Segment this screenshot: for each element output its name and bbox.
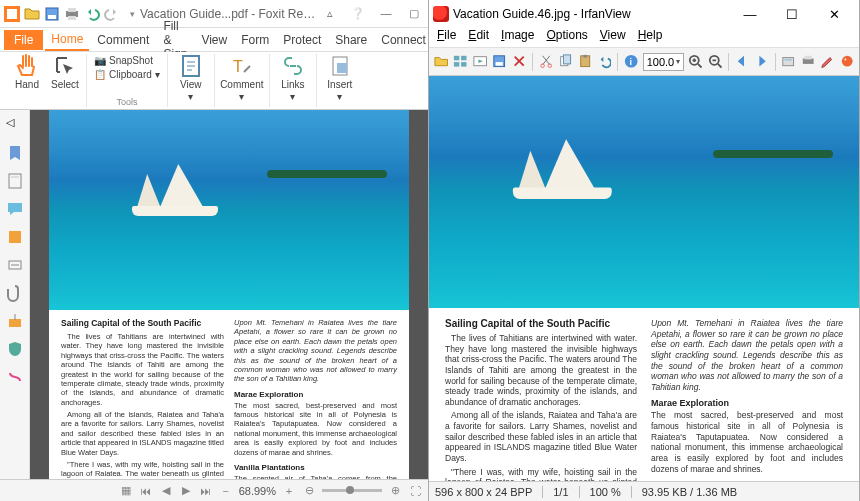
fullscreen-icon[interactable]: ⛶: [408, 484, 422, 498]
status-zoom: 100 %: [590, 486, 632, 498]
print-icon[interactable]: [64, 6, 80, 22]
svg-rect-2: [48, 15, 56, 19]
pdf-page: Sailing Capital of the South Pacific The…: [49, 110, 409, 479]
undo-icon[interactable]: [596, 52, 612, 72]
delete-icon[interactable]: [511, 52, 527, 72]
redo-icon[interactable]: [104, 6, 120, 22]
tab-comment[interactable]: Comment: [91, 30, 155, 50]
page-photo: [49, 110, 409, 310]
close-icon[interactable]: ✕: [813, 1, 855, 27]
tab-protect[interactable]: Protect: [277, 30, 327, 50]
foxit-reader-window: ▾ Vacation Guide...pdf - Foxit Reader ▵ …: [0, 0, 429, 501]
layers-icon[interactable]: [6, 228, 24, 246]
qat-dropdown-icon[interactable]: ▾: [124, 6, 140, 22]
security-icon[interactable]: [6, 340, 24, 358]
page-nav-first-icon[interactable]: ⏮: [139, 484, 153, 498]
thumbnails-icon[interactable]: [452, 52, 468, 72]
links-button[interactable]: Links ▾: [274, 54, 312, 102]
file-tab[interactable]: File: [4, 30, 43, 50]
open-icon[interactable]: [24, 6, 40, 22]
clipboard-button[interactable]: 📋Clipboard ▾: [91, 68, 163, 81]
view-button[interactable]: View ▾: [172, 54, 210, 102]
prev-file-icon[interactable]: [734, 52, 750, 72]
minimize-icon[interactable]: —: [376, 7, 396, 20]
fields-icon[interactable]: [6, 256, 24, 274]
page-right-column: Upon Mt. Temehani in Raiatea lives the t…: [234, 318, 397, 471]
foxit-ribbon: Hand Select 📷SnapShot 📋Clipboard ▾ Tools…: [0, 52, 428, 110]
zoom-in-icon[interactable]: [687, 52, 703, 72]
menu-options[interactable]: Options: [546, 28, 587, 47]
insert-button[interactable]: Insert ▾: [321, 54, 359, 102]
print-icon[interactable]: [800, 52, 816, 72]
page-nav-prev-icon[interactable]: ◀: [159, 484, 173, 498]
comments-panel-icon[interactable]: [6, 200, 24, 218]
foxit-logo-icon: [4, 6, 20, 22]
iv-status-bar: 596 x 800 x 24 BPP 1/1 100 % 93.95 KB / …: [429, 481, 859, 501]
menu-file[interactable]: File: [437, 28, 456, 47]
irfanview-window: Vacation Guide.46.jpg - IrfanView — ☐ ✕ …: [429, 0, 860, 501]
settings-icon[interactable]: [819, 52, 835, 72]
comment-button[interactable]: T Comment ▾: [219, 54, 265, 102]
tab-view[interactable]: View: [195, 30, 233, 50]
bookmarks-icon[interactable]: [6, 144, 24, 162]
zoom-value[interactable]: 68.99%: [239, 485, 276, 497]
zoom-slider[interactable]: [322, 489, 382, 492]
scan-icon[interactable]: [780, 52, 796, 72]
svg-rect-21: [496, 62, 503, 66]
foxit-document-area[interactable]: Sailing Capital of the South Pacific The…: [30, 110, 428, 479]
open-icon[interactable]: [433, 52, 449, 72]
svg-rect-17: [454, 62, 459, 67]
signatures-icon[interactable]: [6, 312, 24, 330]
about-icon[interactable]: [839, 52, 855, 72]
menu-view[interactable]: View: [600, 28, 626, 47]
svg-rect-27: [583, 55, 587, 58]
menu-image[interactable]: Image: [501, 28, 534, 47]
page-nav-last-icon[interactable]: ⏭: [199, 484, 213, 498]
image-left-column: Sailing Capital of the South Pacific The…: [445, 318, 637, 471]
undo-icon[interactable]: [84, 6, 100, 22]
ribbon-collapse-icon[interactable]: ▵: [320, 7, 340, 20]
link-icon: [281, 54, 305, 78]
zoom-in-icon[interactable]: +: [282, 484, 296, 498]
select-icon: [53, 54, 77, 78]
zoom-out-icon[interactable]: −: [219, 484, 233, 498]
zoom-input[interactable]: 100.0: [643, 53, 685, 71]
next-file-icon[interactable]: [753, 52, 769, 72]
save-icon[interactable]: [44, 6, 60, 22]
cut-icon[interactable]: [538, 52, 554, 72]
svg-rect-25: [564, 55, 571, 64]
select-tool-button[interactable]: Select: [48, 54, 82, 90]
attachments-icon[interactable]: [6, 284, 24, 302]
connected-icon[interactable]: [6, 368, 24, 386]
help-icon[interactable]: ❔: [348, 7, 368, 20]
status-size: 93.95 KB / 1.36 MB: [642, 486, 747, 498]
tab-home[interactable]: Home: [45, 29, 89, 51]
menu-help[interactable]: Help: [638, 28, 663, 47]
save-icon[interactable]: [491, 52, 507, 72]
foxit-nav-sidebar: ◁: [0, 110, 30, 479]
camera-icon: 📷: [94, 55, 106, 66]
tab-form[interactable]: Form: [235, 30, 275, 50]
page-layout-icon[interactable]: ▦: [119, 484, 133, 498]
maximize-icon[interactable]: ☐: [771, 1, 813, 27]
hand-tool-button[interactable]: Hand: [8, 54, 46, 90]
slideshow-icon[interactable]: [472, 52, 488, 72]
article-heading: Sailing Capital of the South Pacific: [61, 318, 224, 328]
info-icon[interactable]: i: [623, 52, 639, 72]
snapshot-button[interactable]: 📷SnapShot: [91, 54, 163, 67]
pages-panel-icon[interactable]: [6, 172, 24, 190]
toggle-panel-icon[interactable]: ◁: [6, 116, 24, 134]
maximize-icon[interactable]: ▢: [404, 7, 424, 20]
page-nav-next-icon[interactable]: ▶: [179, 484, 193, 498]
zoom-out-icon[interactable]: [707, 52, 723, 72]
paste-icon[interactable]: [577, 52, 593, 72]
zoom-plus-icon[interactable]: ⊕: [388, 484, 402, 498]
menu-edit[interactable]: Edit: [468, 28, 489, 47]
tab-connect[interactable]: Connect: [375, 30, 432, 50]
copy-icon[interactable]: [557, 52, 573, 72]
zoom-minus-icon[interactable]: ⊖: [302, 484, 316, 498]
iv-image-area[interactable]: Sailing Capital of the South Pacific The…: [429, 76, 859, 481]
minimize-icon[interactable]: —: [729, 1, 771, 27]
foxit-titlebar: ▾ Vacation Guide...pdf - Foxit Reader ▵ …: [0, 0, 428, 28]
tab-share[interactable]: Share: [329, 30, 373, 50]
